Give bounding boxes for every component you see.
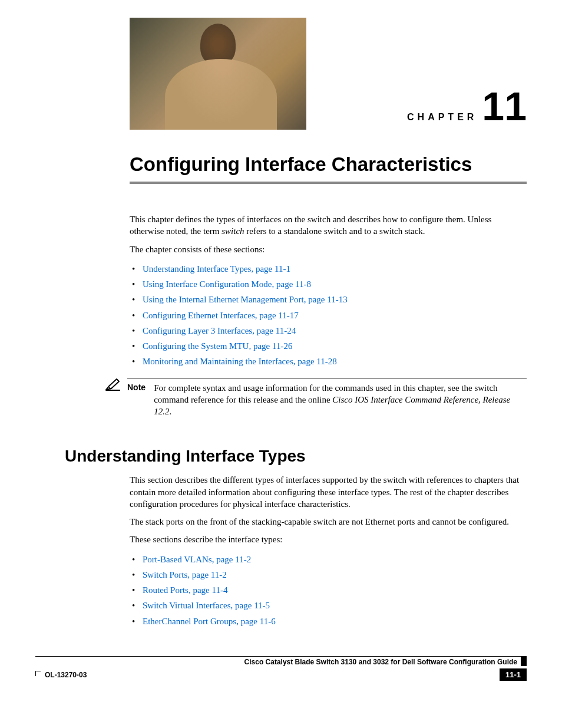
chapter-header: CHAPTER11 (130, 18, 527, 130)
footer-rule (35, 656, 527, 657)
footer-guide-title: Cisco Catalyst Blade Switch 3130 and 303… (35, 658, 527, 666)
note-text: For complete syntax and usage informatio… (154, 382, 527, 418)
toc-link[interactable]: Using Interface Configuration Mode, page… (143, 279, 311, 289)
toc-link[interactable]: Configuring the System MTU, page 11-26 (143, 341, 292, 351)
list-item: Understanding Interface Types, page 11-1 (143, 261, 527, 276)
toc-link[interactable]: Routed Ports, page 11-4 (143, 585, 227, 595)
chapter-toc: Understanding Interface Types, page 11-1… (130, 261, 527, 370)
list-item: Configuring the System MTU, page 11-26 (143, 338, 527, 354)
section-paragraph: This section describes the different typ… (130, 474, 527, 510)
list-item: EtherChannel Port Groups, page 11-6 (143, 614, 527, 629)
list-item: Configuring Layer 3 Interfaces, page 11-… (143, 323, 527, 338)
chapter-photo (130, 18, 306, 130)
section-paragraph: These sections describe the interface ty… (130, 533, 527, 545)
toc-link[interactable]: Monitoring and Maintaining the Interface… (143, 357, 337, 366)
footer-doc-number: OL-13270-03 (35, 671, 87, 679)
page-number: 11-1 (500, 668, 527, 681)
toc-link[interactable]: Switch Ports, page 11-2 (143, 570, 227, 579)
toc-link[interactable]: Switch Virtual Interfaces, page 11-5 (143, 601, 270, 610)
intro-paragraph-1: This chapter defines the types of interf… (130, 213, 527, 238)
list-item: Using Interface Configuration Mode, page… (143, 276, 527, 292)
note-label: Note (127, 382, 154, 418)
title-rule (130, 182, 527, 184)
list-item: Monitoring and Maintaining the Interface… (143, 354, 527, 369)
toc-link[interactable]: Port-Based VLANs, page 11-2 (143, 555, 251, 564)
text: refers to a standalone switch and to a s… (244, 226, 425, 236)
list-item: Using the Internal Ethernet Management P… (143, 292, 527, 307)
list-item: Switch Virtual Interfaces, page 11-5 (143, 598, 527, 613)
toc-link[interactable]: Using the Internal Ethernet Management P… (143, 295, 348, 304)
toc-link[interactable]: Configuring Ethernet Interfaces, page 11… (143, 311, 299, 320)
note-block: Note For complete syntax and usage infor… (95, 378, 527, 418)
list-item: Configuring Ethernet Interfaces, page 11… (143, 308, 527, 323)
chapter-label-block: CHAPTER11 (407, 86, 527, 130)
list-item: Switch Ports, page 11-2 (143, 567, 527, 582)
text: . (169, 407, 171, 416)
toc-link[interactable]: Configuring Layer 3 Interfaces, page 11-… (143, 326, 296, 335)
intro-paragraph-2: The chapter consists of these sections: (130, 243, 527, 255)
chapter-number: 11 (482, 86, 527, 126)
chapter-label: CHAPTER (407, 112, 477, 123)
section-body: This section describes the different typ… (130, 474, 527, 629)
pencil-icon (95, 378, 121, 393)
section-toc: Port-Based VLANs, page 11-2 Switch Ports… (130, 552, 527, 629)
toc-link[interactable]: EtherChannel Port Groups, page 11-6 (143, 617, 276, 626)
section-paragraph: The stack ports on the front of the stac… (130, 516, 527, 528)
list-item: Routed Ports, page 11-4 (143, 582, 527, 598)
toc-link[interactable]: Understanding Interface Types, page 11-1 (143, 264, 290, 274)
intro-block: This chapter defines the types of interf… (130, 213, 527, 370)
emphasis: switch (222, 226, 244, 236)
page: CHAPTER11 Configuring Interface Characte… (0, 0, 562, 693)
chapter-title: Configuring Interface Characteristics (130, 153, 527, 176)
section-title: Understanding Interface Types (65, 447, 527, 466)
page-footer: Cisco Catalyst Blade Switch 3130 and 303… (35, 656, 527, 681)
footer-bottom-row: OL-13270-03 11-1 (35, 668, 527, 681)
list-item: Port-Based VLANs, page 11-2 (143, 552, 527, 567)
